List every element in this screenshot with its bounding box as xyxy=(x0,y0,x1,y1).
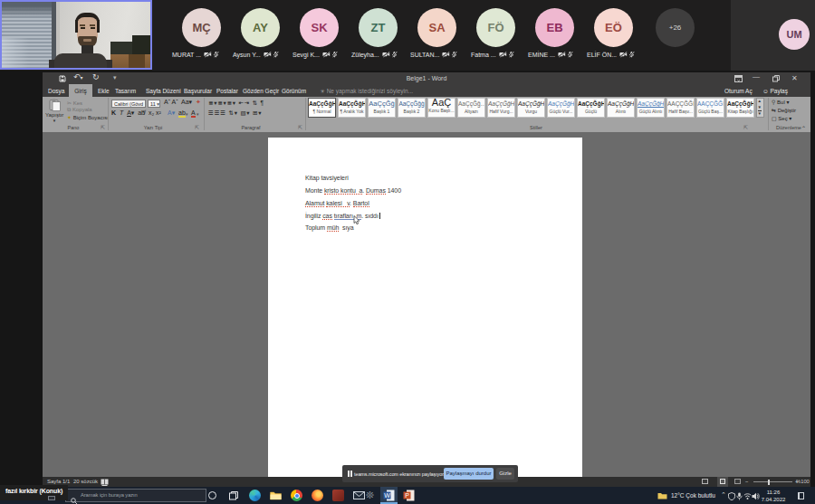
svg-text:W: W xyxy=(384,492,390,499)
svg-text:P: P xyxy=(405,492,409,499)
